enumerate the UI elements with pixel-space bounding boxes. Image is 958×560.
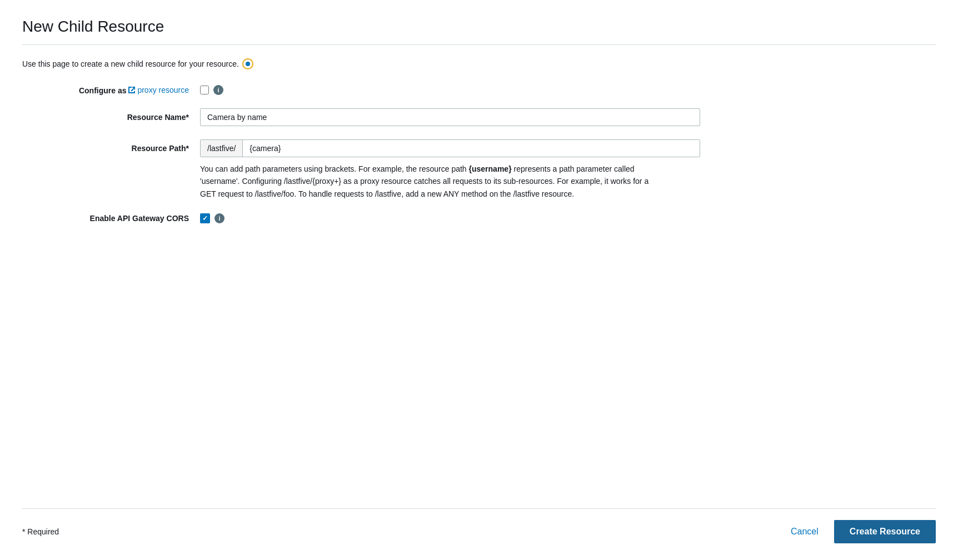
cors-controls: i bbox=[200, 213, 224, 223]
create-resource-button[interactable]: Create Resource bbox=[834, 520, 936, 543]
page-description: Use this page to create a new child reso… bbox=[22, 59, 239, 68]
page-title: New Child Resource bbox=[22, 18, 936, 36]
external-link-icon bbox=[128, 87, 135, 93]
path-prefix: /lastfive/ bbox=[201, 140, 243, 157]
configure-as-label: Configure as bbox=[79, 86, 128, 95]
path-suffix-input[interactable] bbox=[243, 140, 700, 157]
configure-proxy-label-area: Configure as proxy resource bbox=[22, 86, 200, 95]
cancel-button[interactable]: Cancel bbox=[784, 522, 825, 541]
cors-checkbox[interactable] bbox=[200, 213, 210, 223]
resource-path-control: /lastfive/ You can add path parameters u… bbox=[200, 139, 700, 200]
cors-info-icon[interactable]: i bbox=[214, 213, 224, 223]
resource-path-label: Resource Path* bbox=[22, 139, 200, 153]
proxy-info-icon[interactable]: i bbox=[213, 85, 223, 95]
configure-proxy-row: Configure as proxy resource i bbox=[22, 85, 936, 95]
cors-label-area: Enable API Gateway CORS bbox=[22, 214, 200, 223]
required-note: * Required bbox=[22, 527, 59, 536]
footer-buttons: Cancel Create Resource bbox=[784, 520, 936, 543]
cors-label: Enable API Gateway CORS bbox=[90, 214, 189, 223]
resource-name-control bbox=[200, 108, 700, 126]
proxy-controls: i bbox=[200, 85, 223, 95]
proxy-checkbox[interactable] bbox=[200, 86, 209, 94]
resource-name-label: Resource Name* bbox=[22, 108, 200, 122]
info-circle-icon[interactable] bbox=[242, 58, 253, 69]
form-section: Configure as proxy resource i Resource N… bbox=[22, 85, 936, 362]
resource-name-input[interactable] bbox=[200, 108, 700, 126]
title-divider bbox=[22, 44, 936, 45]
proxy-resource-link[interactable]: proxy resource bbox=[128, 86, 189, 94]
resource-path-row: Resource Path* /lastfive/ You can add pa… bbox=[22, 139, 936, 200]
description-row: Use this page to create a new child reso… bbox=[22, 58, 936, 69]
path-help-text: You can add path parameters using bracke… bbox=[200, 163, 656, 200]
path-input-group: /lastfive/ bbox=[200, 139, 700, 157]
cors-row: Enable API Gateway CORS i bbox=[22, 213, 936, 223]
footer: * Required Cancel Create Resource bbox=[22, 509, 936, 560]
resource-name-row: Resource Name* bbox=[22, 108, 936, 126]
